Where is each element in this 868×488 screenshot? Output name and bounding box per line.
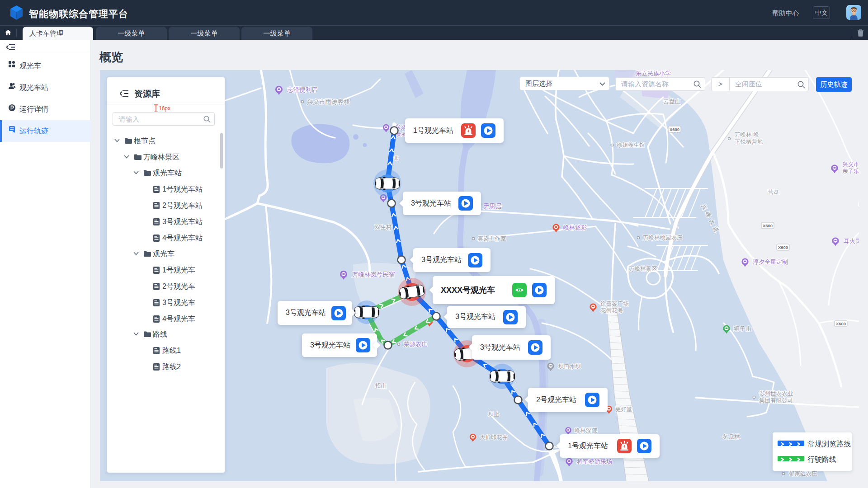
svg-text:下悦栖营地: 下悦栖营地: [735, 139, 763, 145]
svg-text:兴义市雨涛客栈: 兴义市雨涛客栈: [307, 99, 350, 105]
svg-text:X600: X600: [778, 245, 788, 250]
svg-text:坝上: 坝上: [488, 411, 500, 418]
svg-text:乐立民族小学: 乐立民族小学: [636, 70, 671, 77]
svg-text:贵州世农农业: 贵州世农农业: [759, 390, 793, 397]
svg-text:峰林深院: 峰林深院: [575, 427, 598, 434]
svg-text:北: 北: [394, 155, 399, 160]
svg-text:将军桥游乐场: 将军桥游乐场: [576, 458, 612, 465]
svg-text:无思居: 无思居: [483, 203, 502, 210]
svg-text:耳火民: 耳火民: [844, 238, 859, 244]
svg-text:万峰林·峰: 万峰林·峰: [735, 131, 759, 138]
svg-text:万峰林景区: 万峰林景区: [629, 266, 657, 272]
svg-text:峰林述影: 峰林述影: [563, 224, 587, 231]
svg-text:集团有限公司: 集团有限公司: [759, 397, 793, 404]
svg-text:花街花海: 花街花海: [600, 307, 623, 314]
svg-text:大帅印花卉: 大帅印花卉: [480, 434, 508, 441]
svg-text:双生村: 双生村: [375, 224, 392, 230]
svg-text:云盘山: 云盘山: [663, 98, 681, 105]
svg-text:郁家边农庄: 郁家边农庄: [789, 470, 817, 477]
svg-text:雾染工作室: 雾染工作室: [478, 235, 506, 242]
svg-text:徐霞客广场: 徐霞客广场: [600, 300, 629, 307]
svg-text:徐姐养生馆: 徐姐养生馆: [617, 142, 645, 148]
svg-text:万峰林岚兮民宿: 万峰林岚兮民宿: [352, 271, 395, 278]
svg-text:兴义市: 兴义市: [842, 161, 859, 168]
svg-text:X600: X600: [670, 127, 679, 132]
svg-text:X600: X600: [836, 321, 846, 326]
svg-text:狮子山: 狮子山: [733, 325, 751, 332]
svg-text:淳夕全屋定制: 淳夕全屋定制: [753, 258, 788, 265]
svg-text:招山: 招山: [375, 383, 387, 389]
svg-text:X600: X600: [763, 223, 773, 228]
svg-text:冬瓜林: 冬瓜林: [722, 433, 740, 440]
svg-text:荣源农庄: 荣源农庄: [404, 341, 427, 347]
svg-text:营盘: 营盘: [768, 189, 779, 195]
svg-text:更好堂: 更好堂: [615, 406, 632, 413]
svg-text:志泽便利店: 志泽便利店: [287, 86, 318, 93]
svg-text:亲子乐: 亲子乐: [842, 168, 859, 174]
svg-text:万峰林桃园农庄: 万峰林桃园农庄: [643, 235, 683, 241]
svg-text:坝口水坝: 坝口水坝: [558, 363, 581, 370]
